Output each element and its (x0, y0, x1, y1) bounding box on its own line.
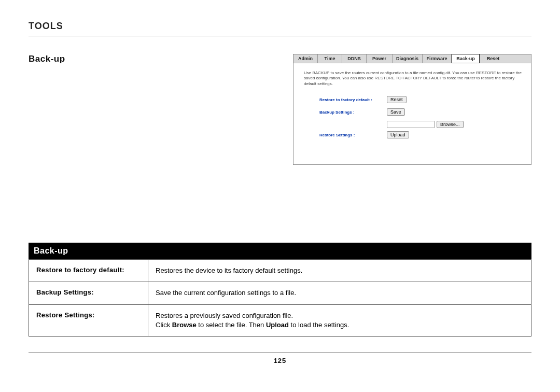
upload-button[interactable]: Upload (387, 131, 409, 138)
tab-firmware[interactable]: Firmware (423, 54, 452, 63)
spacer (29, 191, 531, 243)
router-panel: Admin Time DDNS Power Diagnosis Firmware… (293, 54, 531, 165)
label-restore: Restore Settings : (319, 133, 387, 137)
page-title: TOOLS (29, 21, 531, 36)
restore-line2-b: to select the file. Then (197, 321, 266, 329)
cell-text: Restores the device to its factory defau… (148, 260, 531, 282)
cell-label: Restore Settings: (29, 304, 148, 336)
tab-ddns[interactable]: DDNS (342, 54, 367, 63)
restore-line2-c: to load the settings. (289, 321, 349, 329)
tab-diagnosis[interactable]: Diagnosis (393, 54, 423, 63)
table-row: Restore to factory default: Restores the… (29, 260, 531, 282)
cell-text: Save the current configuration settings … (148, 282, 531, 304)
panel-body: Use BACKUP to save the routers current c… (293, 63, 531, 164)
section-title: Back-up (29, 54, 277, 64)
table-header: Back-up (29, 243, 531, 259)
panel-description: Use BACKUP to save the routers current c… (304, 71, 523, 87)
file-path-input[interactable] (387, 121, 435, 128)
tab-admin[interactable]: Admin (293, 54, 318, 63)
tab-reset[interactable]: Reset (480, 54, 507, 63)
label-restore-default: Restore to factory default : (319, 97, 387, 102)
title-divider (29, 36, 531, 36)
reset-button[interactable]: Reset (387, 96, 407, 103)
row-restore-file: Browse... (304, 121, 523, 128)
bold-upload: Upload (266, 321, 289, 329)
cell-text: Restores a previously saved configuratio… (148, 304, 531, 336)
table-row: Backup Settings: Save the current config… (29, 282, 531, 304)
page-number: 125 (29, 357, 531, 365)
row-restore-default: Restore to factory default : Reset (304, 96, 523, 103)
bold-browse: Browse (172, 321, 197, 329)
label-backup: Backup Settings : (319, 110, 387, 115)
section-row: Back-up Admin Time DDNS Power Diagnosis … (29, 54, 531, 165)
browse-button[interactable]: Browse... (437, 121, 464, 128)
save-button[interactable]: Save (387, 108, 405, 116)
table-row: Restore Settings: Restores a previously … (29, 304, 531, 336)
row-restore: Restore Settings : Upload (304, 131, 523, 138)
footer-divider (29, 352, 531, 353)
restore-line2-a: Click (156, 321, 172, 329)
restore-line1: Restores a previously saved configuratio… (156, 312, 293, 319)
tab-bar: Admin Time DDNS Power Diagnosis Firmware… (293, 54, 531, 63)
tab-time[interactable]: Time (318, 54, 342, 63)
cell-label: Restore to factory default: (29, 260, 148, 282)
cell-label: Backup Settings: (29, 282, 148, 304)
row-backup: Backup Settings : Save (304, 108, 523, 116)
tab-backup[interactable]: Back-up (452, 54, 480, 63)
tab-power[interactable]: Power (367, 54, 393, 63)
description-table: Back-up Restore to factory default: Rest… (29, 243, 531, 337)
